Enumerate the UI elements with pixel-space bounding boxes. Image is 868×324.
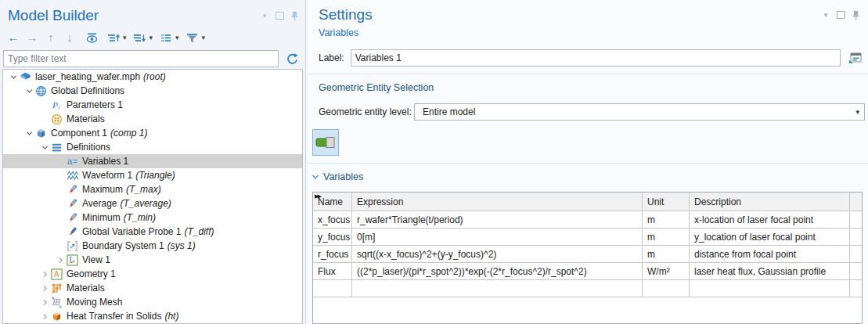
- tree-item-global-definitions[interactable]: Global Definitions: [3, 84, 302, 98]
- waveform-icon: [66, 170, 79, 182]
- cell-expression[interactable]: ((2*p_laser)/(pi*r_spot^2))*exp(-(2*r_fo…: [352, 263, 643, 280]
- cell-expression[interactable]: 0[m]: [352, 229, 643, 246]
- tree-collapsed-arrow-icon[interactable]: [39, 268, 50, 279]
- column-header-expression[interactable]: Expression: [352, 193, 643, 211]
- label-input[interactable]: [351, 49, 841, 67]
- cell-description[interactable]: [690, 280, 850, 297]
- model-tree: laser_heating_wafer.mph(root)Global Defi…: [2, 69, 303, 324]
- table-row: x_focusr_wafer*Triangle(t/period)mx-loca…: [313, 211, 862, 229]
- tree-expanded-arrow-icon[interactable]: [23, 128, 34, 139]
- tree-item-minimum[interactable]: Minimum(T_min): [3, 211, 302, 225]
- table-row: Flux((2*p_laser)/(pi*r_spot^2))*exp(-(2*…: [313, 263, 862, 280]
- cell-description[interactable]: distance from focal point: [690, 246, 850, 263]
- cell-name[interactable]: r_focus: [313, 246, 352, 263]
- panel-menu-icon[interactable]: ▾: [821, 10, 830, 20]
- node-text-list-icon[interactable]: [157, 29, 175, 46]
- tree-item-moving-mesh[interactable]: Moving Mesh: [3, 295, 302, 309]
- tree-item-average[interactable]: Average(T_average): [3, 196, 302, 211]
- tree-item-materials[interactable]: Materials: [3, 112, 302, 126]
- tree-item-definitions[interactable]: Definitions: [3, 140, 302, 154]
- tree-expanded-arrow-icon[interactable]: [8, 71, 19, 82]
- filter-funnel-icon[interactable]: [184, 29, 201, 46]
- component-icon: [34, 128, 48, 139]
- cell-expression[interactable]: sqrt((x-x_focus)^2+(y-y_focus)^2): [352, 246, 643, 263]
- tree-spacer: [55, 240, 66, 251]
- section-collapse-icon[interactable]: [312, 173, 319, 181]
- tree-item-parameters-1[interactable]: PiParameters 1: [3, 98, 302, 112]
- collapse-list-dropdown-icon[interactable]: ▾: [149, 34, 153, 41]
- move-up-icon[interactable]: ↑: [42, 29, 59, 46]
- cell-name[interactable]: Flux: [313, 263, 352, 280]
- expand-list-dropdown-icon[interactable]: ▾: [123, 34, 127, 41]
- model-builder-panel: Model Builder ▾ ← → ↑ ↓ ▾: [0, 0, 306, 324]
- node-text-dropdown-icon[interactable]: ▾: [175, 34, 179, 41]
- float-window-icon[interactable]: [275, 11, 284, 20]
- cell-unit[interactable]: [643, 280, 690, 297]
- tree-collapsed-arrow-icon[interactable]: [55, 254, 66, 265]
- tree-item-waveform-1[interactable]: Waveform 1(Triangle): [3, 168, 302, 182]
- cell-unit[interactable]: m: [643, 229, 690, 246]
- cell-filler: [850, 263, 862, 280]
- tree-spacer: [55, 184, 66, 195]
- cell-description[interactable]: x-location of laser focal point: [690, 211, 850, 229]
- variables-icon: a=: [66, 156, 79, 167]
- filter-dropdown-icon[interactable]: ▾: [202, 34, 206, 41]
- tree-item-variables-1[interactable]: a=Variables 1: [3, 154, 302, 168]
- tree-collapsed-arrow-icon[interactable]: [39, 297, 50, 308]
- tree-spacer: [55, 226, 66, 237]
- active-toggle-button[interactable]: [312, 129, 339, 156]
- tree-item-global-variable-probe-1[interactable]: Global Variable Probe 1(T_diff): [3, 225, 302, 239]
- refresh-icon[interactable]: [283, 50, 301, 67]
- section-variables[interactable]: Variables: [323, 171, 363, 182]
- probe-icon: [66, 184, 79, 196]
- column-header-unit[interactable]: Unit: [643, 193, 690, 211]
- tree-collapsed-arrow-icon[interactable]: [39, 311, 50, 322]
- back-arrow-icon[interactable]: ←: [5, 29, 22, 46]
- move-down-icon[interactable]: ↓: [61, 29, 78, 46]
- tree-item-heat-transfer-in-solids[interactable]: Heat Transfer in Solids(ht): [3, 309, 302, 323]
- tree-item-label: Geometry 1: [67, 268, 116, 279]
- cell-expression[interactable]: r_wafer*Triangle(t/period): [352, 211, 643, 229]
- tree-expanded-arrow-icon[interactable]: [23, 85, 34, 96]
- tree-item-component-1[interactable]: Component 1(comp 1): [3, 126, 302, 140]
- tree-expanded-arrow-icon[interactable]: [39, 142, 50, 153]
- forward-arrow-icon[interactable]: →: [23, 29, 41, 46]
- tree-item-boundary-system-1[interactable]: Boundary System 1(sys 1): [3, 239, 302, 253]
- cell-filler: [850, 211, 862, 229]
- column-header-description[interactable]: Description: [690, 193, 850, 211]
- cell-expression[interactable]: [352, 280, 643, 297]
- panel-menu-icon[interactable]: ▾: [260, 11, 269, 20]
- tree-item-laser-heating-wafer-mph[interactable]: laser_heating_wafer.mph(root): [3, 70, 302, 84]
- float-window-icon[interactable]: [836, 10, 845, 20]
- column-header-name[interactable]: ▶▶Name: [313, 193, 352, 211]
- form-window-icon[interactable]: [847, 49, 864, 67]
- cell-name[interactable]: x_focus: [313, 211, 352, 229]
- tree-item-label: View 1: [82, 254, 110, 265]
- probe-icon: [66, 212, 79, 224]
- tree-collapsed-arrow-icon[interactable]: [39, 283, 50, 293]
- pin-icon[interactable]: [290, 11, 299, 20]
- pin-icon[interactable]: [851, 10, 860, 20]
- tree-item-label: Minimum: [82, 212, 121, 223]
- filter-input[interactable]: [3, 50, 279, 67]
- cell-name[interactable]: [313, 280, 352, 297]
- tree-item-view-1[interactable]: View 1: [3, 253, 302, 267]
- tree-item-tag: (comp 1): [110, 128, 147, 139]
- cell-unit[interactable]: m: [643, 211, 690, 229]
- cell-filler: [850, 229, 862, 246]
- cell-unit[interactable]: m: [643, 246, 690, 263]
- cell-description[interactable]: laser heat flux, Gaussian profile: [690, 263, 850, 280]
- tree-item-materials[interactable]: Materials: [3, 281, 302, 295]
- tree-item-geometry-1[interactable]: AGeometry 1: [3, 267, 302, 281]
- show-eye-icon[interactable]: [83, 29, 100, 46]
- geometric-entity-level-select[interactable]: Entire model ▾: [414, 103, 865, 121]
- table-header-row: ▶▶NameExpressionUnitDescription: [313, 193, 862, 211]
- tree-item-maximum[interactable]: Maximum(T_max): [3, 182, 302, 196]
- cell-unit[interactable]: W/m²: [643, 263, 690, 280]
- cell-name[interactable]: y_focus: [313, 229, 352, 246]
- tree-item-label: Moving Mesh: [67, 297, 122, 308]
- variables-table: ▶▶NameExpressionUnitDescriptionx_focusr_…: [312, 192, 863, 324]
- expand-list-icon[interactable]: [105, 29, 122, 46]
- cell-description[interactable]: y_location of laser focal point: [690, 229, 850, 246]
- collapse-list-icon[interactable]: [131, 29, 149, 46]
